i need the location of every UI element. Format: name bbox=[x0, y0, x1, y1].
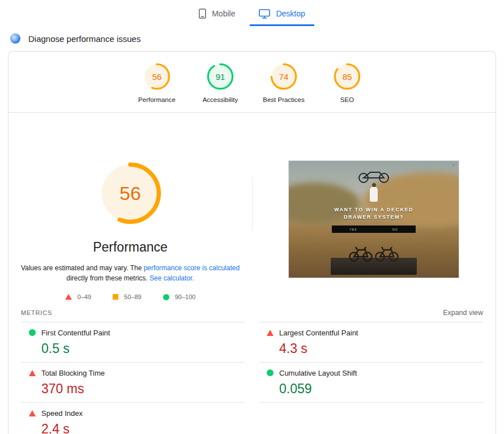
metric-value: 370 ms bbox=[41, 381, 245, 397]
performance-summary: 56 Performance Values are estimated and … bbox=[8, 113, 496, 303]
diagnose-title: Diagnose performance issues bbox=[28, 34, 140, 44]
expand-view-button[interactable]: Expand view bbox=[443, 309, 483, 317]
metric-fail-triangle-icon bbox=[267, 330, 274, 336]
metric-name: First Contentful Paint bbox=[41, 329, 110, 337]
performance-score-value: 56 bbox=[143, 63, 170, 90]
fail-triangle-icon bbox=[65, 294, 72, 300]
main-score-value: 56 bbox=[99, 161, 162, 225]
metric-first-contentful-paint: First Contentful Paint 0.5 s bbox=[21, 322, 245, 362]
category-scores-row: 56 Performance 91 Accessibility bbox=[8, 52, 496, 112]
summary-right-panel: WANT TO WIN A DECKED DRAWER SYSTEM? YES … bbox=[252, 113, 496, 303]
metric-value: 0.059 bbox=[279, 381, 483, 397]
legend-average-range: 50–89 bbox=[113, 293, 142, 300]
metric-name: Cumulative Layout Shift bbox=[279, 369, 357, 377]
performance-title: Performance bbox=[93, 240, 168, 255]
tab-mobile-label: Mobile bbox=[212, 9, 235, 18]
tab-desktop[interactable]: Desktop bbox=[250, 3, 314, 26]
pass-circle-icon bbox=[163, 294, 169, 300]
metric-value: 0.5 s bbox=[41, 341, 245, 356]
disclaimer-text-2: directly from these metrics. bbox=[66, 274, 150, 282]
category-accessibility[interactable]: 91 Accessibility bbox=[195, 63, 245, 103]
mobile-phone-icon bbox=[199, 8, 206, 19]
promo-modal-title: WANT TO WIN A DECKED DRAWER SYSTEM? bbox=[289, 206, 459, 221]
promo-modal-buttons: YES NO bbox=[332, 225, 416, 233]
score-legend: 0–49 50–89 90–100 bbox=[65, 293, 196, 300]
summary-left-panel: 56 Performance Values are estimated and … bbox=[8, 113, 252, 303]
legend-pass-label: 90–100 bbox=[175, 293, 196, 300]
metric-name: Total Blocking Time bbox=[41, 369, 105, 377]
performance-gauge: 56 bbox=[143, 63, 170, 90]
score-calculation-link[interactable]: performance score is calculated bbox=[144, 264, 240, 272]
category-seo[interactable]: 85 SEO bbox=[322, 63, 372, 103]
main-performance-gauge: 56 bbox=[99, 161, 162, 225]
modal-no-button: NO bbox=[392, 228, 398, 231]
metric-name: Largest Contentful Paint bbox=[279, 329, 358, 337]
promo-modal-line1: WANT TO WIN A DECKED bbox=[289, 206, 459, 214]
legend-fail-label: 0–49 bbox=[78, 293, 91, 300]
best-practices-gauge: 74 bbox=[270, 63, 297, 90]
modal-close-icon[interactable]: × bbox=[452, 161, 455, 168]
legend-fail-range: 0–49 bbox=[65, 293, 91, 300]
category-performance[interactable]: 56 Performance bbox=[132, 63, 182, 103]
metric-pass-circle-icon bbox=[29, 329, 36, 336]
metrics-grid: First Contentful Paint 0.5 s Largest Con… bbox=[8, 322, 496, 434]
promo-modal-line2: DRAWER SYSTEM? bbox=[289, 214, 459, 221]
modal-yes-button: YES bbox=[349, 228, 357, 231]
metric-speed-index: Speed Index 2.4 s bbox=[21, 402, 245, 434]
metric-largest-contentful-paint: Largest Contentful Paint 4.3 s bbox=[259, 322, 483, 362]
metric-total-blocking-time: Total Blocking Time 370 ms bbox=[21, 362, 245, 402]
metric-value: 2.4 s bbox=[41, 422, 245, 434]
metric-pass-circle-icon bbox=[267, 369, 274, 376]
device-tabs: Mobile Desktop bbox=[0, 0, 504, 26]
metric-value: 4.3 s bbox=[279, 341, 483, 356]
best-practices-score-value: 74 bbox=[270, 63, 297, 90]
metric-fail-triangle-icon bbox=[29, 410, 36, 416]
metrics-heading: METRICS bbox=[21, 309, 52, 316]
person-figure bbox=[370, 187, 378, 202]
accessibility-score-value: 91 bbox=[207, 63, 234, 90]
best-practices-score-label: Best Practices bbox=[263, 96, 305, 103]
seo-score-label: SEO bbox=[340, 96, 354, 103]
seo-score-value: 85 bbox=[334, 63, 361, 90]
bikes-on-truck bbox=[348, 245, 399, 262]
seo-gauge: 85 bbox=[334, 63, 361, 90]
metric-cell-empty bbox=[259, 402, 483, 434]
metric-cumulative-layout-shift: Cumulative Layout Shift 0.059 bbox=[259, 362, 483, 402]
metric-name: Speed Index bbox=[41, 409, 83, 418]
diagnose-header: Diagnose performance issues bbox=[0, 26, 504, 50]
tab-mobile[interactable]: Mobile bbox=[190, 3, 244, 26]
accessibility-score-label: Accessibility bbox=[203, 96, 238, 103]
lighthouse-report-card: 56 Performance 91 Accessibility bbox=[8, 51, 496, 434]
disclaimer-text-1: Values are estimated and may vary. The bbox=[21, 264, 144, 272]
performance-score-label: Performance bbox=[138, 96, 176, 103]
average-square-icon bbox=[113, 294, 118, 300]
insights-sparkle-icon bbox=[10, 33, 20, 44]
page-screenshot-thumbnail[interactable]: WANT TO WIN A DECKED DRAWER SYSTEM? YES … bbox=[288, 160, 459, 278]
metrics-header: METRICS Expand view bbox=[8, 303, 496, 322]
metric-fail-triangle-icon bbox=[29, 370, 36, 376]
desktop-monitor-icon bbox=[259, 9, 270, 19]
legend-pass-range: 90–100 bbox=[163, 293, 196, 300]
tab-desktop-label: Desktop bbox=[276, 9, 305, 18]
accessibility-gauge: 91 bbox=[207, 63, 234, 90]
pagespeed-report-page: Mobile Desktop Diagnose performance issu… bbox=[0, 0, 504, 434]
score-disclaimer: Values are estimated and may vary. The p… bbox=[19, 263, 241, 283]
legend-average-label: 50–89 bbox=[124, 293, 142, 300]
summary-vertical-divider bbox=[252, 176, 253, 231]
category-best-practices[interactable]: 74 Best Practices bbox=[259, 63, 309, 103]
see-calculator-link[interactable]: See calculator. bbox=[150, 274, 194, 282]
